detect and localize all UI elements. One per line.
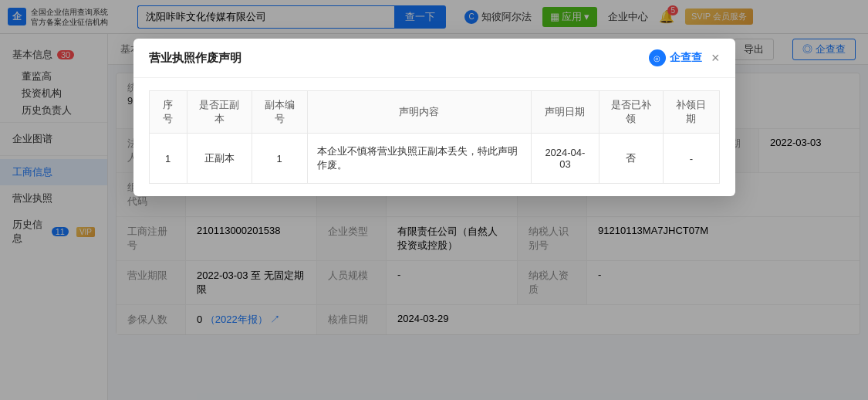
col-reissue-date: 补领日期 <box>664 91 719 134</box>
col-date: 声明日期 <box>532 91 599 134</box>
cell-reissue-date: - <box>664 134 719 184</box>
modal-body: 序号 是否正副本 副本编号 声明内容 声明日期 是否已补领 补领日期 1 正副本… <box>133 78 735 196</box>
cell-id: 1 <box>149 134 187 184</box>
modal-dialog: 营业执照作废声明 ◎ 企查查 × 序号 是否正副本 副本编号 声明内容 声明日期 <box>133 39 735 196</box>
modal-table: 序号 是否正副本 副本编号 声明内容 声明日期 是否已补领 补领日期 1 正副本… <box>149 90 720 184</box>
col-copy-number: 副本编号 <box>252 91 307 134</box>
modal-logo-text: 企查查 <box>670 51 702 65</box>
col-id: 序号 <box>149 91 187 134</box>
cell-content: 本企业不慎将营业执照正副本丢失，特此声明作废。 <box>307 134 532 184</box>
modal-close-button[interactable]: × <box>711 51 720 65</box>
modal-header: 营业执照作废声明 ◎ 企查查 × <box>133 39 735 78</box>
col-content: 声明内容 <box>307 91 532 134</box>
modal-title: 营业执照作废声明 <box>149 51 241 66</box>
cell-is-reissued: 否 <box>599 134 664 184</box>
modal-overlay[interactable]: 营业执照作废声明 ◎ 企查查 × 序号 是否正副本 副本编号 声明内容 声明日期 <box>0 0 868 400</box>
col-is-reissued: 是否已补领 <box>599 91 664 134</box>
cell-is-original: 正副本 <box>187 134 252 184</box>
modal-logo-icon: ◎ <box>649 49 666 66</box>
col-is-original: 是否正副本 <box>187 91 252 134</box>
modal-table-header-row: 序号 是否正副本 副本编号 声明内容 声明日期 是否已补领 补领日期 <box>149 91 719 134</box>
cell-date: 2024-04-03 <box>532 134 599 184</box>
cell-copy-number: 1 <box>252 134 307 184</box>
modal-header-right: ◎ 企查查 × <box>649 49 720 66</box>
table-row: 1 正副本 1 本企业不慎将营业执照正副本丢失，特此声明作废。 2024-04-… <box>149 134 719 184</box>
modal-logo: ◎ 企查查 <box>649 49 702 66</box>
